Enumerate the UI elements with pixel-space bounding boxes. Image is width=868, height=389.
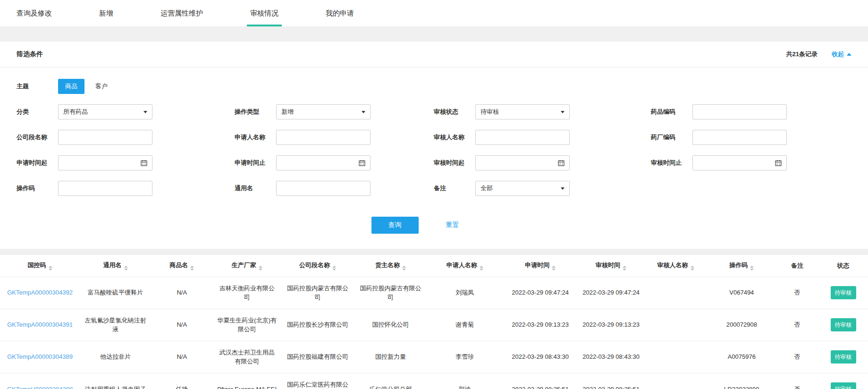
tab-4[interactable]: 审核情况	[250, 0, 278, 26]
calendar-icon	[141, 160, 147, 166]
column-label: 货主名称	[375, 262, 400, 269]
table-cell: 2022-03-29 09:13:23	[578, 309, 644, 341]
filter-input[interactable]	[692, 104, 787, 119]
date-input[interactable]	[475, 155, 570, 170]
table-cell: 吉林天衡药业有限公司	[213, 277, 281, 309]
table-cell: N/A	[151, 309, 213, 341]
status-badge: 待审核	[831, 286, 856, 299]
table-cell: GKTempA00000304391	[0, 309, 80, 341]
filter-input[interactable]	[276, 130, 371, 145]
topic-option[interactable]: 客户	[88, 79, 115, 94]
table-cell: 国药控股长沙有限公司	[281, 309, 354, 341]
column-header[interactable]: 商品名	[151, 255, 213, 277]
table-cell: 武汉杰士邦卫生用品有限公司	[213, 341, 281, 373]
topic-option[interactable]: 商品	[58, 79, 84, 94]
filter-field: 审核时间止	[651, 155, 851, 170]
date-input[interactable]	[276, 155, 371, 170]
column-header[interactable]: 申请人名称	[427, 255, 503, 277]
column-header[interactable]: 国控码	[0, 255, 80, 277]
topic-label: 主题	[17, 82, 58, 91]
column-label: 申请人名称	[447, 262, 477, 269]
filter-label: 审核人名称	[434, 133, 475, 142]
filter-input[interactable]	[58, 181, 152, 196]
table-cell: 国药控股内蒙古有限公司	[354, 277, 427, 309]
tab-2[interactable]: 新增	[99, 0, 113, 26]
table-cell: 国控新力量	[354, 341, 427, 373]
table-cell: 2022-03-29 09:47:24	[578, 277, 644, 309]
table-cell: 郭迪	[427, 373, 503, 389]
filter-select[interactable]: 全部	[475, 181, 570, 196]
chevron-down-icon	[561, 111, 565, 113]
record-count: 共21条记录	[786, 50, 817, 59]
status-cell: 待审核	[818, 341, 868, 373]
sort-icon	[190, 266, 194, 271]
tab-5[interactable]: 我的申请	[326, 0, 354, 26]
filter-field: 药品编码	[651, 104, 851, 119]
table-cell: GKTempH00000304388	[0, 373, 80, 389]
column-header[interactable]: 公司段名称	[281, 255, 354, 277]
filter-grid: 分类所有药品操作类型新增审核状态待审核药品编码公司段名称申请人名称审核人名称药厂…	[0, 94, 868, 196]
filter-input[interactable]	[475, 130, 570, 145]
gk-code-link[interactable]: GKTempH00000304388	[7, 386, 73, 389]
filter-select[interactable]: 所有药品	[58, 104, 152, 119]
table-cell: GKTempA00000304392	[0, 277, 80, 309]
tab-bar: 查询及修改新增运营属性维护审核情况我的申请	[0, 0, 868, 27]
select-value: 新增	[281, 108, 294, 116]
column-header[interactable]: 生产厂家	[213, 255, 281, 277]
column-header[interactable]: 操作码	[708, 255, 776, 277]
table-cell: 国控怀化公司	[354, 309, 427, 341]
date-input[interactable]	[692, 155, 787, 170]
table-cell	[644, 277, 707, 309]
filter-label: 申请人名称	[235, 133, 276, 142]
column-header[interactable]: 申请时间	[503, 255, 578, 277]
table-row: GKTempA00000304391左氧氟沙星氯化钠注射液N/A华夏生生药业(北…	[0, 309, 868, 341]
date-input[interactable]	[58, 155, 152, 170]
query-button[interactable]: 查询	[371, 217, 419, 234]
filter-input[interactable]	[276, 181, 371, 196]
status-cell: 待审核	[818, 373, 868, 389]
table-cell: 否	[776, 373, 818, 389]
filter-field: 分类所有药品	[17, 104, 235, 119]
filter-panel: 筛选条件 共21条记录 收起 主题 商品客户 分类所有药品操作类型新增审核状态待…	[0, 42, 868, 249]
filter-field: 公司段名称	[17, 130, 235, 145]
status-cell: 待审核	[818, 309, 868, 341]
table-cell: 否	[776, 309, 818, 341]
tab-3[interactable]: 运营属性维护	[160, 0, 203, 26]
gk-code-link[interactable]: GKTempA00000304389	[7, 353, 73, 360]
sort-icon	[124, 266, 128, 271]
status-badge: 待审核	[831, 350, 856, 364]
column-label: 生产厂家	[232, 262, 256, 269]
table-cell: 注射用重组人凝血因子	[80, 373, 151, 389]
chevron-down-icon	[561, 187, 565, 190]
table-cell: Pfizer Europe MA EEI	[213, 373, 281, 389]
reset-link[interactable]: 重置	[446, 221, 459, 229]
filter-header-right: 共21条记录 收起	[786, 50, 851, 59]
table-cell: 否	[776, 277, 818, 309]
filter-field: 申请人名称	[235, 130, 434, 145]
tab-1[interactable]: 查询及修改	[17, 0, 52, 26]
column-header[interactable]: 审核人名称	[644, 255, 707, 277]
filter-label: 操作类型	[235, 108, 276, 116]
status-cell: 待审核	[818, 277, 868, 309]
table-cell: 2022-03-29 09:47:24	[503, 277, 578, 309]
column-header[interactable]: 通用名	[80, 255, 151, 277]
table-cell: 国药乐仁堂医药有限公司	[281, 373, 354, 389]
column-header: 状态	[818, 255, 868, 277]
filter-select[interactable]: 待审核	[475, 104, 570, 119]
column-header[interactable]: 货主名称	[354, 255, 427, 277]
gk-code-link[interactable]: GKTempA00000304392	[7, 289, 73, 296]
column-label: 公司段名称	[299, 262, 330, 269]
gk-code-link[interactable]: GKTempA00000304391	[7, 321, 73, 328]
filter-field: 备注全部	[434, 181, 651, 196]
filter-select[interactable]: 新增	[276, 104, 371, 119]
column-header[interactable]: 审核时间	[578, 255, 644, 277]
table-row: GKTempH00000304388注射用重组人凝血因子任捷Pfizer Eur…	[0, 373, 868, 389]
table-cell: GKTempA00000304389	[0, 341, 80, 373]
table-cell: 乐仁堂公司总部	[354, 373, 427, 389]
filter-field: 审核时间起	[434, 155, 651, 170]
column-label: 状态	[837, 262, 850, 269]
collapse-button[interactable]: 收起	[832, 50, 851, 59]
sort-icon	[552, 266, 556, 271]
filter-input[interactable]	[58, 130, 152, 145]
filter-input[interactable]	[692, 130, 787, 145]
